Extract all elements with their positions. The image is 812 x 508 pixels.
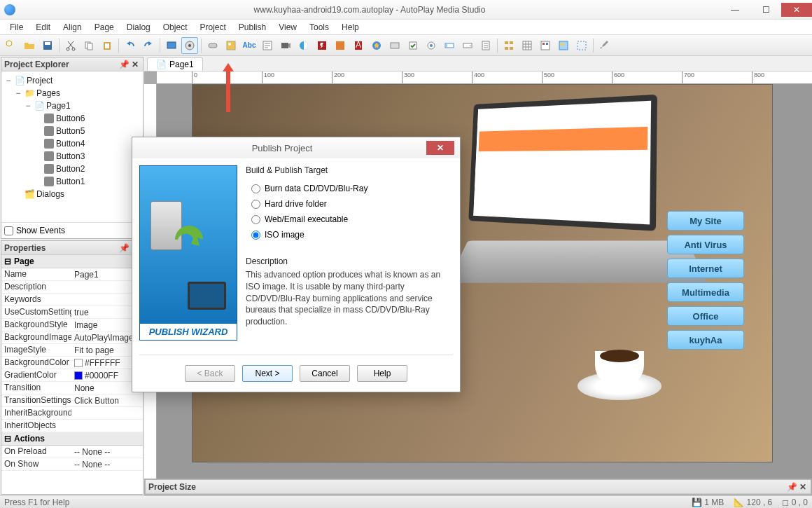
slideshow-object-icon[interactable] [332,37,349,54]
prop-row[interactable]: InheritObjects [1,420,143,432]
prop-row[interactable]: NamePage1 [1,268,143,281]
prop-row[interactable]: BackgroundImageAutoPlay\Images [1,331,143,344]
menu-edit[interactable]: Edit [30,21,56,34]
menu-tools[interactable]: Tools [304,21,335,34]
tree-pages[interactable]: Pages [36,88,60,98]
menu-publish[interactable]: Publish [233,21,272,34]
radio-option[interactable]: ISO image [251,227,453,242]
video-object-icon[interactable] [277,37,294,54]
tree-button3[interactable]: Button3 [56,151,85,161]
menu-page[interactable]: Page [89,21,120,34]
tab-page1[interactable]: 📄 Page1 [147,57,203,71]
dialog-close-button[interactable]: ✕ [426,141,454,155]
prop-row[interactable]: InheritBackground [1,407,143,420]
panel-close-icon[interactable]: ✕ [798,482,808,492]
tree-page1[interactable]: Page1 [46,101,71,111]
help-button[interactable]: Help [357,365,407,382]
minimize-button[interactable]: — [720,3,750,17]
maximize-button[interactable]: ☐ [750,3,781,17]
canvas-button-antivirus[interactable]: Anti Virus [667,235,744,254]
radio-option[interactable]: Burn data CD/DVD/Blu-Ray [251,181,453,196]
undo-icon[interactable] [122,37,139,54]
canvas-button-kuyhaa[interactable]: kuyhAa [667,330,744,350]
radio-option[interactable]: Web/Email executable [251,212,453,227]
prop-row[interactable]: ImageStyleFit to page [1,344,143,357]
menu-file[interactable]: File [4,21,29,34]
canvas-button-internet[interactable]: Internet [667,259,744,278]
tree-object-icon[interactable] [500,37,517,54]
prop-row[interactable]: Description [1,281,143,294]
prop-row[interactable]: Keywords [1,294,143,306]
radio-option[interactable]: Hard drive folder [251,196,453,212]
prop-cat-page[interactable]: Page [14,256,34,266]
prop-row[interactable]: On Show-- None -- [1,458,143,471]
prop-row[interactable]: BackgroundStyleImage [1,319,143,331]
tree-dialogs[interactable]: Dialogs [36,189,64,199]
prop-row[interactable]: GradientColor#0000FF [1,369,143,382]
richtext-object-icon[interactable] [537,37,554,54]
tree-button5[interactable]: Button5 [56,126,85,136]
pdf-object-icon[interactable]: A [350,37,367,54]
copy-icon[interactable] [80,37,97,54]
plugin-object-icon[interactable] [573,37,590,54]
prop-row[interactable]: TransitionNone [1,382,143,394]
tree-button6[interactable]: Button6 [56,114,85,123]
radiobutton-object-icon[interactable] [423,37,440,54]
pin-icon[interactable]: 📌 [787,482,797,492]
grid-object-icon[interactable] [519,37,536,54]
checkbox-object-icon[interactable] [405,37,421,54]
prop-row[interactable]: On Preload-- None -- [1,446,143,458]
quicktime-object-icon[interactable] [295,37,312,54]
tree-button1[interactable]: Button1 [56,177,85,186]
menu-help[interactable]: Help [336,21,365,34]
menu-object[interactable]: Object [158,21,193,34]
project-tree[interactable]: −📄Project −📁Pages −📄Page1 Button6 Button… [1,71,143,222]
pin-icon[interactable]: 📌 [119,243,129,253]
next-button[interactable]: Next > [242,365,293,382]
menu-project[interactable]: Project [194,21,231,34]
properties-grid[interactable]: ⊟Page NamePage1DescriptionKeywordsUseCus… [1,255,143,494]
web-object-icon[interactable] [368,37,385,54]
canvas-button-office[interactable]: Office [667,306,744,326]
back-button[interactable]: < Back [185,365,235,382]
label-object-icon[interactable]: Abc [241,37,258,54]
menu-align[interactable]: Align [57,21,88,34]
xbutton-object-icon[interactable] [386,37,403,54]
show-events-checkbox[interactable] [4,226,13,235]
listbox-object-icon[interactable] [477,37,494,54]
hotspot-object-icon[interactable] [555,37,572,54]
save-icon[interactable] [39,37,56,54]
prop-row[interactable]: UseCustomSettingstrue [1,306,143,319]
combobox-object-icon[interactable] [459,37,476,54]
canvas-button-mysite[interactable]: My Site [667,211,744,231]
tree-button2[interactable]: Button2 [56,164,85,174]
pen-tool-icon[interactable] [596,37,613,54]
open-icon[interactable] [21,37,38,54]
prop-cat-actions[interactable]: Actions [14,434,45,444]
panel-close-icon[interactable]: ✕ [130,60,140,69]
close-button[interactable]: ✕ [781,3,812,17]
tree-root[interactable]: Project [27,76,52,85]
titlebar: www.kuyhaa-android19.com.autoplay - Auto… [0,0,812,20]
svg-rect-12 [209,43,217,48]
new-icon[interactable] [3,37,20,54]
paragraph-object-icon[interactable] [259,37,276,54]
button-object-icon[interactable] [204,37,221,54]
menu-dialog[interactable]: Dialog [121,21,156,34]
paste-icon[interactable] [99,37,115,54]
flash-object-icon[interactable] [314,37,330,54]
canvas-button-multimedia[interactable]: Multimedia [667,282,744,302]
menu-view[interactable]: View [273,21,302,34]
app-icon [4,4,15,15]
pin-icon[interactable]: 📌 [119,60,129,69]
build-icon[interactable] [181,37,198,54]
preview-icon[interactable] [163,37,180,54]
cancel-button[interactable]: Cancel [300,365,350,382]
prop-row[interactable]: BackgroundColor#FFFFFF [1,357,143,369]
input-object-icon[interactable] [441,37,458,54]
image-object-icon[interactable] [223,37,239,54]
cut-icon[interactable] [62,37,79,54]
redo-icon[interactable] [140,37,157,54]
tree-button4[interactable]: Button4 [56,139,85,149]
prop-row[interactable]: TransitionSettingsClick Button [1,394,143,407]
